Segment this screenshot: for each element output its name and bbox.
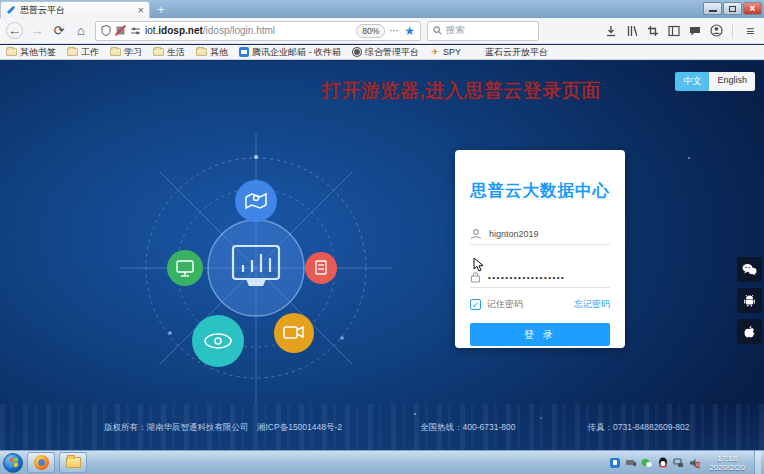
download-icon[interactable] bbox=[605, 25, 617, 37]
remember-label: 记住密码 bbox=[487, 298, 523, 311]
minimize-button[interactable] bbox=[703, 2, 722, 15]
permissions-icon bbox=[130, 26, 141, 36]
clock-date: 2020/2/20 bbox=[709, 463, 745, 472]
taskbar-firefox-button[interactable] bbox=[27, 452, 55, 473]
shield-icon bbox=[101, 25, 111, 36]
folder-icon bbox=[196, 48, 207, 56]
bookmark-tencent-mail[interactable]: 腾讯企业邮箱 - 收件箱 bbox=[239, 46, 341, 59]
username-field[interactable]: hignton2019 bbox=[470, 223, 610, 245]
folder-icon bbox=[6, 48, 17, 56]
network-tray-icon[interactable] bbox=[673, 457, 684, 468]
bookmark-management-platform[interactable]: 综合管理平台 bbox=[352, 46, 419, 59]
bookmark-folder-misc[interactable]: 其他 bbox=[196, 46, 228, 59]
start-button[interactable] bbox=[3, 453, 23, 473]
apple-icon[interactable] bbox=[737, 319, 762, 344]
password-field[interactable]: •••••••••••••••••• bbox=[470, 266, 610, 288]
login-card: 思普云大数据中心 hignton2019 •••••••••••••••••• … bbox=[455, 150, 625, 348]
login-page: 中文 English 打开游览器,进入思普云登录页面 bbox=[0, 61, 764, 450]
remember-checkbox[interactable]: ✓ bbox=[470, 299, 481, 310]
taskbar-clock[interactable]: 17:18 2020/2/20 bbox=[709, 454, 745, 472]
notification-tray-icon[interactable] bbox=[609, 457, 620, 468]
clock-time: 17:18 bbox=[709, 454, 745, 463]
bookmark-spy[interactable]: ✈SPY bbox=[430, 47, 461, 57]
annotation-text: 打开游览器,进入思普云登录页面 bbox=[322, 78, 601, 104]
url-text[interactable]: iot.idosp.net/idosp/login.html bbox=[145, 25, 352, 36]
page-footer: 版权所有：湖南华辰智通科技有限公司 湘ICP备15001448号-2 全国热线：… bbox=[0, 422, 764, 434]
sidebar-icon[interactable] bbox=[668, 25, 680, 37]
lock-icon bbox=[470, 271, 481, 283]
blocked-content-icon bbox=[115, 25, 126, 36]
qq-tray-icon[interactable] bbox=[657, 457, 668, 468]
password-value: •••••••••••••••••• bbox=[488, 273, 565, 282]
new-tab-button[interactable]: + bbox=[150, 3, 172, 18]
bookmark-folder-life[interactable]: 生活 bbox=[153, 46, 185, 59]
floating-side-icons bbox=[737, 257, 762, 344]
orbit-graphic bbox=[110, 133, 402, 405]
windows-logo-icon bbox=[9, 458, 18, 468]
system-tray: 17:18 2020/2/20 bbox=[609, 451, 761, 474]
close-button[interactable]: × bbox=[743, 2, 762, 15]
device-tray-icon[interactable] bbox=[625, 457, 636, 468]
restore-button[interactable] bbox=[723, 2, 742, 15]
account-icon[interactable] bbox=[710, 24, 723, 37]
toolbar-separator bbox=[732, 24, 733, 38]
folder-icon bbox=[67, 48, 78, 56]
volume-muted-icon[interactable] bbox=[689, 457, 700, 468]
user-icon bbox=[470, 228, 482, 240]
eye-satellite bbox=[192, 315, 244, 367]
tab-close-icon[interactable]: × bbox=[138, 6, 144, 15]
grid-icon bbox=[472, 47, 482, 57]
bookmark-lanshi-cloud[interactable]: 蓝石云开放平台 bbox=[472, 46, 548, 59]
fax-text: 传真：0731-84882609-802 bbox=[587, 422, 689, 434]
wechat-icon[interactable] bbox=[737, 257, 762, 282]
show-desktop-button[interactable] bbox=[754, 451, 761, 474]
login-button[interactable]: 登 录 bbox=[470, 323, 610, 346]
language-toggle: 中文 English bbox=[675, 72, 755, 91]
explorer-folder-icon bbox=[66, 457, 81, 468]
folder-icon bbox=[153, 48, 164, 56]
library-icon[interactable] bbox=[626, 25, 638, 37]
bookmarks-bar: 其他书签 工作 学习 生活 其他 腾讯企业邮箱 - 收件箱 综合管理平台 ✈SP… bbox=[0, 45, 764, 60]
back-button[interactable]: ← bbox=[6, 22, 23, 39]
hotline-text: 全国热线：400-6731-800 bbox=[420, 422, 515, 434]
reload-button[interactable]: ⟳ bbox=[51, 23, 67, 39]
messages-icon[interactable] bbox=[689, 25, 701, 37]
navigation-toolbar: ← → ⟳ ⌂ iot.idosp.net/idosp/login.html 8… bbox=[0, 18, 764, 44]
page-actions-icon[interactable]: ⋯ bbox=[389, 25, 400, 36]
browser-tab[interactable]: 思普云平台 × bbox=[0, 1, 150, 18]
home-button[interactable]: ⌂ bbox=[73, 23, 89, 39]
screenshot-icon[interactable] bbox=[647, 25, 659, 37]
bookmark-folder-other-bookmarks[interactable]: 其他书签 bbox=[6, 46, 56, 59]
document-satellite bbox=[305, 252, 337, 284]
wechat-tray-icon[interactable] bbox=[641, 457, 652, 468]
tab-favicon bbox=[6, 5, 16, 15]
search-box[interactable]: 搜索 bbox=[427, 21, 539, 41]
search-icon bbox=[433, 26, 442, 35]
login-title: 思普云大数据中心 bbox=[470, 180, 610, 202]
zoom-level-badge[interactable]: 80% bbox=[356, 24, 385, 38]
android-icon[interactable] bbox=[737, 288, 762, 313]
folder-icon bbox=[110, 48, 121, 56]
forgot-password-link[interactable]: 忘记密码 bbox=[574, 298, 610, 311]
screen: 思普云平台 × + × ← → ⟳ ⌂ iot.idosp.net/idosp/… bbox=[0, 0, 764, 474]
bookmark-folder-work[interactable]: 工作 bbox=[67, 46, 99, 59]
spy-icon: ✈ bbox=[430, 47, 440, 57]
username-value: hignton2019 bbox=[489, 229, 539, 239]
forward-button[interactable]: → bbox=[29, 23, 45, 39]
monitor-satellite bbox=[167, 250, 203, 286]
mouse-cursor bbox=[473, 257, 484, 272]
copyright-text: 版权所有：湖南华辰智通科技有限公司 湘ICP备15001448号-2 bbox=[104, 422, 342, 434]
menu-icon[interactable]: ≡ bbox=[742, 23, 758, 39]
bookmark-star-icon[interactable]: ★ bbox=[404, 24, 415, 38]
search-placeholder: 搜索 bbox=[446, 24, 465, 37]
tab-title: 思普云平台 bbox=[20, 4, 134, 17]
lang-chinese-button[interactable]: 中文 bbox=[675, 72, 709, 91]
bookmark-folder-study[interactable]: 学习 bbox=[110, 46, 142, 59]
url-bar[interactable]: iot.idosp.net/idosp/login.html 80% ⋯ ★ bbox=[95, 21, 421, 41]
firefox-icon bbox=[34, 455, 49, 470]
globe-icon bbox=[352, 47, 362, 57]
remember-row: ✓ 记住密码 忘记密码 bbox=[470, 298, 610, 311]
taskbar-explorer-button[interactable] bbox=[59, 452, 87, 473]
lang-english-button[interactable]: English bbox=[709, 72, 755, 91]
mail-icon bbox=[239, 47, 249, 57]
